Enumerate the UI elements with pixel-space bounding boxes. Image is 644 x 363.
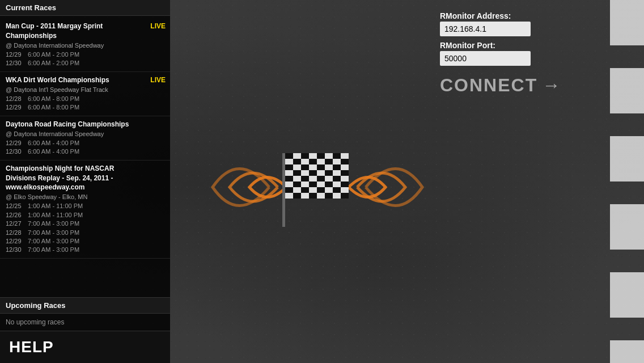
svg-rect-38 [317,176,325,182]
svg-rect-47 [325,182,333,187]
svg-rect-20 [301,164,309,170]
race-venue: @ Elko Speedway - Elko, MN [6,193,164,201]
svg-rect-51 [293,187,301,193]
svg-rect-46 [317,182,325,187]
svg-rect-48 [333,182,341,187]
svg-rect-63 [325,193,333,199]
current-races-list: Man Cup - 2011 Margay Sprint Championshi… [0,16,170,297]
flag-area [198,68,437,306]
race-schedule: 12/296:00 AM - 2:00 PM12/306:00 AM - 2:0… [6,50,164,68]
port-label: RMonitor Port: [440,41,599,50]
svg-rect-53 [309,187,317,193]
address-label: RMonitor Address: [440,11,599,20]
svg-rect-36 [301,176,309,182]
race-list-item[interactable]: WKA Dirt World ChampionshipsLIVE@ Dayton… [0,72,170,116]
svg-rect-64 [333,193,341,199]
svg-rect-39 [325,176,333,182]
address-input[interactable] [440,22,531,36]
svg-rect-18 [285,164,293,170]
svg-rect-31 [325,170,333,176]
no-upcoming-text: No upcoming races [0,314,170,331]
svg-rect-45 [309,182,317,187]
checkered-flag [272,147,363,227]
svg-rect-24 [333,164,341,170]
svg-rect-42 [285,182,293,187]
svg-rect-59 [293,193,301,199]
race-title: Daytona Road Racing Championships [6,120,164,129]
svg-rect-16 [333,159,341,164]
race-title: Championship Night for NASCAR Divisions … [6,164,164,192]
svg-rect-12 [301,159,309,164]
svg-rect-8 [333,153,341,159]
race-venue: @ Daytona Int'l Speedway Flat Track [6,86,164,94]
live-badge: LIVE [150,75,166,85]
live-badge: LIVE [150,22,166,31]
svg-rect-23 [325,164,333,170]
svg-rect-32 [333,170,341,176]
connect-label: CONNECT [440,75,537,96]
svg-rect-55 [325,187,333,193]
svg-rect-61 [309,193,317,199]
race-list-item[interactable]: Man Cup - 2011 Margay Sprint Championshi… [0,18,170,72]
svg-rect-10 [285,159,293,164]
help-button[interactable]: HELP [0,331,170,363]
svg-rect-6 [317,153,325,159]
svg-rect-30 [317,170,325,176]
svg-rect-50 [285,187,293,193]
svg-rect-65 [341,193,349,199]
svg-rect-17 [341,159,349,164]
svg-rect-44 [301,182,309,187]
race-title: WKA Dirt World Championships [6,75,164,85]
svg-rect-62 [317,193,325,199]
svg-rect-54 [317,187,325,193]
race-list-item[interactable]: Championship Night for NASCAR Divisions … [0,161,170,259]
svg-rect-28 [301,170,309,176]
connect-arrow-icon: → [542,75,560,96]
svg-rect-56 [333,187,341,193]
svg-rect-5 [309,153,317,159]
svg-rect-14 [317,159,325,164]
upcoming-races-header: Upcoming Races [0,298,170,314]
svg-rect-9 [341,153,349,159]
svg-rect-34 [285,176,293,182]
svg-rect-0 [282,153,285,227]
race-schedule: 12/251:00 AM - 11:00 PM12/261:00 AM - 11… [6,202,164,254]
svg-rect-41 [341,176,349,182]
race-venue: @ Daytona International Speedway [6,130,164,138]
current-races-header: Current Races [0,0,170,16]
race-venue: @ Daytona International Speedway [6,41,164,50]
svg-rect-57 [341,187,349,193]
upcoming-section: Upcoming Races No upcoming races [0,297,170,331]
svg-rect-21 [309,164,317,170]
svg-rect-2 [285,153,293,159]
svg-rect-29 [309,170,317,176]
port-input[interactable] [440,51,531,66]
svg-rect-22 [317,164,325,170]
svg-rect-52 [301,187,309,193]
svg-rect-33 [341,170,349,176]
svg-rect-13 [309,159,317,164]
svg-rect-15 [325,159,333,164]
connect-panel: RMonitor Address: RMonitor Port: CONNECT… [440,11,599,96]
svg-rect-3 [293,153,301,159]
svg-rect-35 [293,176,301,182]
svg-rect-4 [301,153,309,159]
svg-rect-49 [341,182,349,187]
svg-rect-25 [341,164,349,170]
connect-button[interactable]: CONNECT → [440,75,599,96]
svg-rect-7 [325,153,333,159]
svg-rect-26 [285,170,293,176]
svg-rect-27 [293,170,301,176]
svg-rect-40 [333,176,341,182]
svg-rect-37 [309,176,317,182]
sidebar-panel: Current Races Man Cup - 2011 Margay Spri… [0,0,170,363]
svg-rect-11 [293,159,301,164]
race-schedule: 12/286:00 AM - 8:00 PM12/296:00 AM - 8:0… [6,95,164,112]
race-schedule: 12/296:00 AM - 4:00 PM12/306:00 AM - 4:0… [6,139,164,157]
help-label: HELP [9,338,54,356]
race-list-item[interactable]: Daytona Road Racing Championships@ Dayto… [0,116,170,161]
road-stripe [610,0,644,363]
svg-rect-60 [301,193,309,199]
svg-rect-58 [285,193,293,199]
race-title: Man Cup - 2011 Margay Sprint Championshi… [6,22,164,41]
